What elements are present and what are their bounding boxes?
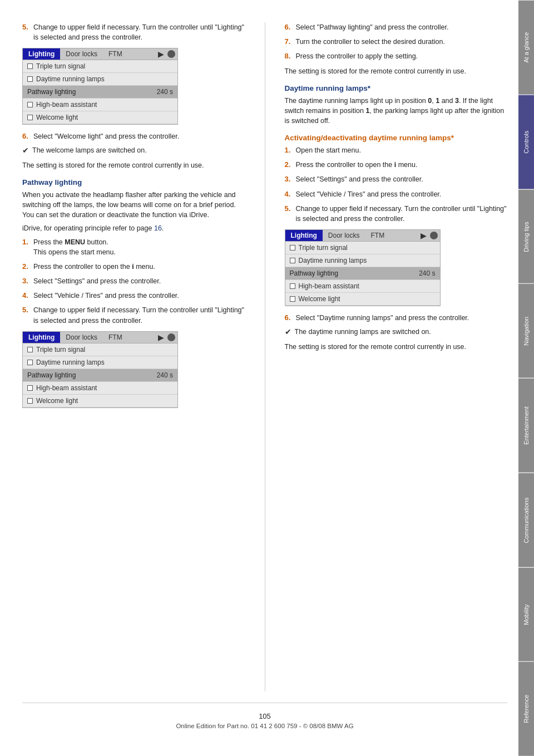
daytime-step-num-4: 4. — [285, 189, 293, 199]
daytime-step-5-text: Change to upper field if necessary. Turn… — [296, 204, 508, 224]
menu-tab-doorlocks-3: Door locks — [323, 230, 365, 241]
pathway-step-num-5: 5. — [22, 305, 30, 325]
menu-tab-ftm-3: FTM — [365, 230, 390, 241]
menu-widget-3-wrap: Lighting Door locks FTM ▶ Triple turn si… — [285, 229, 508, 306]
sidebar-tab-at-a-glance[interactable]: At a glance — [518, 0, 534, 95]
menu-item-welcome-2: Welcome light — [23, 395, 177, 408]
pathway-heading: Pathway lighting — [22, 178, 245, 186]
idrive-link[interactable]: 16 — [154, 224, 162, 232]
activating-heading: Activating/deactivating daytime running … — [285, 134, 508, 142]
daytime-step-2-text: Press the controller to open the i menu. — [296, 160, 508, 170]
checkmark-icon-top: ✔ — [22, 146, 29, 155]
step-6-daytime: 6. Select "Daytime running lamps" and pr… — [285, 313, 508, 323]
menu-tab-ftm-1: FTM — [103, 48, 128, 60]
menu-item-pathway-1: Pathway lighting 240 s — [23, 86, 177, 99]
menu-header-3: Lighting Door locks FTM ▶ — [285, 230, 440, 242]
menu-item-highbeam-2: High-beam assistant — [23, 382, 177, 395]
step-num-8-right: 8. — [285, 51, 293, 61]
menu-item-pathway-time-2: 240 s — [157, 371, 173, 379]
daytime-step-1: 1. Open the start menu. — [285, 145, 508, 155]
menu-item-triple-label-2: Triple turn signal — [36, 346, 85, 354]
menu-item-triple-1: Triple turn signal — [23, 60, 177, 73]
daytime-step-1-text: Open the start menu. — [296, 145, 508, 155]
menu-widget-2-wrap: Lighting Door locks FTM ▶ Triple turn si… — [22, 331, 245, 408]
menu-item-daytime-label-1: Daytime running lamps — [36, 75, 105, 83]
menu-circle-1 — [167, 50, 175, 58]
menu-tab-ftm-2: FTM — [103, 332, 128, 343]
pathway-step-num-1: 1. — [22, 237, 30, 257]
menu-item-welcome-label-2: Welcome light — [36, 397, 78, 405]
step-5-top-text: Change to upper field if necessary. Turn… — [33, 22, 245, 42]
note-right: The setting is stored for the remote con… — [285, 66, 508, 76]
checkbox-daytime-1 — [27, 76, 33, 82]
menu-item-triple-2: Triple turn signal — [23, 343, 177, 356]
check-note-top: ✔ The welcome lamps are switched on. — [22, 146, 245, 156]
step-8-right: 8. Press the controller to apply the set… — [285, 51, 508, 61]
step-7-right: 7. Turn the controller to select the des… — [285, 37, 508, 47]
step-num-7-right: 7. — [285, 37, 293, 47]
col-divider — [265, 22, 265, 691]
right-column: 6. Select "Pathway lighting" and press t… — [279, 22, 508, 691]
sidebar-tab-controls[interactable]: Controls — [518, 95, 534, 189]
sidebar-tab-reference[interactable]: Reference — [518, 661, 534, 756]
checkbox-highbeam-2 — [27, 385, 33, 391]
checkbox-highbeam-1 — [27, 102, 33, 107]
daytime-step-4: 4. Select "Vehicle / Tires" and press th… — [285, 189, 508, 199]
menu-item-triple-label-3: Triple turn signal — [299, 244, 348, 252]
sidebar-tab-driving-tips[interactable]: Driving tips — [518, 189, 534, 284]
step-6-right: 6. Select "Pathway lighting" and press t… — [285, 22, 508, 32]
sidebar-tab-entertainment[interactable]: Entertainment — [518, 378, 534, 473]
pathway-step-num-3: 3. — [22, 276, 30, 286]
pathway-step-num-4: 4. — [22, 291, 30, 301]
sidebar-tab-communications[interactable]: Communications — [518, 473, 534, 567]
sidebar-tab-navigation[interactable]: Navigation — [518, 283, 534, 378]
note-daytime: The setting is stored for the remote con… — [285, 342, 508, 352]
daytime-step-2: 2. Press the controller to open the i me… — [285, 160, 508, 170]
daytime-step-3-text: Select "Settings" and press the controll… — [296, 174, 508, 184]
pathway-step-2: 2. Press the controller to open the i me… — [22, 262, 245, 272]
checkbox-welcome-3 — [290, 296, 295, 302]
setting-note-top: The setting is stored for the remote con… — [22, 160, 245, 170]
step-7-right-text: Turn the controller to select the desire… — [296, 37, 508, 47]
menu-widget-1: Lighting Door locks FTM ▶ Triple turn si… — [22, 48, 178, 125]
menu-header-1: Lighting Door locks FTM ▶ — [23, 48, 177, 60]
checkbox-triple-3 — [290, 245, 295, 251]
menu-item-highbeam-label-1: High-beam assistant — [36, 101, 97, 109]
menu-tab-lighting-1: Lighting — [23, 48, 60, 60]
daytime-step-num-3: 3. — [285, 174, 293, 184]
main-content: 5. Change to upper field if necessary. T… — [0, 0, 518, 756]
step-6-daytime-text: Select "Daytime running lamps" and press… — [296, 313, 508, 323]
checkmark-icon-daytime: ✔ — [285, 327, 291, 336]
checkbox-daytime-3 — [290, 258, 295, 263]
checkbox-triple-2 — [27, 347, 33, 352]
menu-item-pathway-time-3: 240 s — [419, 269, 435, 277]
menu-widget-3: Lighting Door locks FTM ▶ Triple turn si… — [285, 229, 441, 306]
checkbox-daytime-2 — [27, 360, 33, 365]
pathway-step-2-text: Press the controller to open the i menu. — [33, 262, 245, 272]
menu-item-highbeam-3: High-beam assistant — [285, 280, 440, 293]
step-num-6-top: 6. — [22, 131, 30, 141]
menu-tab-lighting-3: Lighting — [285, 230, 323, 241]
menu-item-welcome-3: Welcome light — [285, 293, 440, 306]
pathway-step-3-text: Select "Settings" and press the controll… — [33, 276, 245, 286]
menu-arrow-3: ▶ — [417, 230, 430, 241]
menu-circle-2 — [167, 333, 175, 341]
menu-item-highbeam-label-3: High-beam assistant — [299, 282, 359, 290]
daytime-body: The daytime running lamps light up in po… — [285, 96, 508, 126]
step-num-5-top: 5. — [22, 22, 30, 42]
daytime-heading: Daytime running lamps* — [285, 84, 508, 92]
pathway-step-num-2: 2. — [22, 262, 30, 272]
menu-item-daytime-3: Daytime running lamps — [285, 254, 440, 267]
step-num-6-daytime: 6. — [285, 313, 293, 323]
check-note-daytime: ✔ The daytime running lamps are switched… — [285, 327, 508, 337]
checkbox-welcome-2 — [27, 398, 33, 404]
checkbox-highbeam-3 — [290, 283, 295, 289]
daytime-step-num-5: 5. — [285, 204, 293, 224]
sidebar-tab-mobility[interactable]: Mobility — [518, 567, 534, 662]
menu-item-welcome-label-1: Welcome light — [36, 114, 78, 121]
daytime-step-3: 3. Select "Settings" and press the contr… — [285, 174, 508, 184]
pathway-step-1: 1. Press the MENU button.This opens the … — [22, 237, 245, 257]
pathway-step-1-text: Press the MENU button.This opens the sta… — [33, 237, 245, 257]
menu-item-daytime-label-3: Daytime running lamps — [299, 257, 367, 264]
menu-tab-doorlocks-2: Door locks — [60, 332, 103, 343]
